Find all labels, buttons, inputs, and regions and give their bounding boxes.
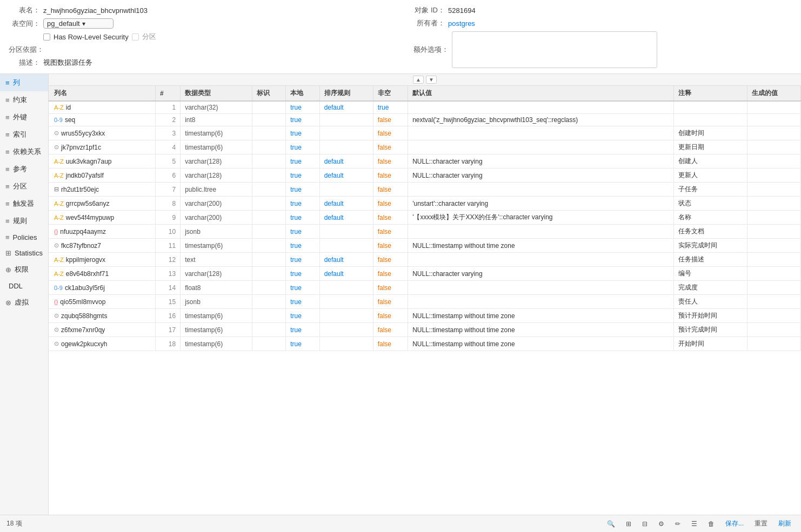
sidebar: ≡ 列≡ 约束≡ 外键≡ 索引≡ 依赖关系≡ 参考≡ 分区≡ 触发器≡ 规则≡ … bbox=[0, 74, 49, 515]
tablespace-select[interactable]: pg_default ▾ bbox=[43, 18, 114, 29]
col-cell-num: 2 bbox=[155, 114, 180, 126]
table-row[interactable]: 0-9 seq 2 int8 true false nextval('z_hwj… bbox=[49, 114, 801, 126]
columns-table: 列名 # 数据类型 标识 本地 排序规则 非空 默认值 注释 生成的值 bbox=[49, 86, 801, 351]
table-row[interactable]: ⊙ z6fxme7xnr0qy 17 timestamp(6) true fal… bbox=[49, 323, 801, 337]
col-cell-sort: default bbox=[319, 154, 373, 169]
tablespace-value: pg_default bbox=[47, 19, 80, 28]
extra-opts-textarea[interactable] bbox=[452, 31, 657, 68]
extra-opts-row: 额外选项： bbox=[413, 31, 792, 68]
sidebar-icon-virtual: ⊗ bbox=[5, 299, 11, 307]
search-button[interactable]: 🔍 bbox=[604, 519, 618, 529]
table-row[interactable]: A-Z wev54f4mypuwp 9 varchar(200) true de… bbox=[49, 211, 801, 225]
sort-link[interactable]: default bbox=[324, 158, 344, 165]
query-button[interactable]: 重置 bbox=[751, 518, 771, 529]
table-name-row: 表名： z_hwjhno6gyziac_bhcvpnwthl103 bbox=[9, 5, 398, 15]
col-cell-generated bbox=[747, 225, 800, 239]
sidebar-item-virtual[interactable]: ⊗ 虚拟 bbox=[0, 294, 48, 311]
col-cell-num: 18 bbox=[155, 337, 180, 351]
col-type-icon: ⊙ bbox=[54, 326, 59, 333]
collapse-buttons: ▲ ▼ bbox=[413, 76, 437, 84]
table-row[interactable]: ⊙ fkc87tyfbnoz7 11 timestamp(6) true fal… bbox=[49, 239, 801, 253]
col-cell-comment: 实际完成时间 bbox=[674, 239, 747, 253]
col-cell-default: NULL::character varying bbox=[408, 267, 674, 281]
col-cell-datatype: text bbox=[181, 253, 252, 267]
view-button[interactable]: ☰ bbox=[688, 519, 700, 529]
col-cell-num: 13 bbox=[155, 267, 180, 281]
table-row[interactable]: A-Z uuk3vkagn7aup 5 varchar(128) true de… bbox=[49, 154, 801, 169]
sort-link[interactable]: default bbox=[324, 104, 344, 111]
table-row[interactable]: A-Z kppilmjerogvx 12 text true default f… bbox=[49, 253, 801, 267]
table-row[interactable]: A-Z e8v64b8rxhf71 13 varchar(128) true d… bbox=[49, 267, 801, 281]
table-row[interactable]: {} qio55ml8mvvop 15 jsonb true false 责任人 bbox=[49, 295, 801, 309]
edit-button[interactable]: ✏ bbox=[672, 519, 684, 529]
collapse-up-icon[interactable]: ▲ bbox=[413, 76, 424, 84]
col-cell-datatype: varchar(200) bbox=[181, 211, 252, 225]
sidebar-item-policies[interactable]: ≡ Policies bbox=[0, 230, 48, 245]
table-row[interactable]: ⊙ ogewk2pkucxyh 18 timestamp(6) true fal… bbox=[49, 337, 801, 351]
grid-button[interactable]: ⊞ bbox=[623, 519, 635, 529]
col-cell-generated bbox=[747, 126, 800, 140]
sort-link[interactable]: default bbox=[324, 214, 344, 221]
col-cell-comment: 责任人 bbox=[674, 295, 747, 309]
sidebar-label-policies: Policies bbox=[13, 233, 37, 241]
table-row[interactable]: ⊙ jk7pnvzr1pf1c 4 timestamp(6) true fals… bbox=[49, 140, 801, 154]
col-cell-sort bbox=[319, 337, 373, 351]
sort-link[interactable]: default bbox=[324, 256, 344, 264]
table-row[interactable]: A-Z jndkb07yafslf 6 varchar(128) true de… bbox=[49, 169, 801, 183]
sidebar-item-indexes[interactable]: ≡ 索引 bbox=[0, 126, 48, 143]
sidebar-item-triggers[interactable]: ≡ 触发器 bbox=[0, 195, 48, 212]
rls-checkbox[interactable] bbox=[43, 33, 50, 41]
sidebar-item-statistics[interactable]: ⊞ Statistics bbox=[0, 245, 48, 261]
table-row[interactable]: 0-9 ck1abu3yl5r6j 14 float8 true false 完… bbox=[49, 281, 801, 295]
filter-button[interactable]: ⊟ bbox=[639, 519, 651, 529]
col-cell-local: true bbox=[286, 126, 319, 140]
col-cell-name: ⊙ zqubq588hgmts bbox=[49, 309, 155, 323]
table-name-label: 表名： bbox=[9, 5, 40, 15]
col-type-icon: ⊟ bbox=[54, 186, 59, 193]
sidebar-item-constraints[interactable]: ≡ 约束 bbox=[0, 91, 48, 109]
sidebar-item-partitions[interactable]: ≡ 分区 bbox=[0, 178, 48, 195]
sidebar-item-ddl[interactable]: DDL bbox=[0, 278, 48, 294]
col-cell-sort bbox=[319, 126, 373, 140]
sidebar-item-permissions[interactable]: ⊕ 权限 bbox=[0, 261, 48, 278]
save-button[interactable]: 保存... bbox=[722, 518, 747, 529]
rls-label: Has Row-Level Security bbox=[54, 33, 129, 41]
sidebar-icon-columns: ≡ bbox=[5, 79, 10, 87]
sidebar-item-columns[interactable]: ≡ 列 bbox=[0, 74, 48, 91]
sidebar-item-foreign-keys[interactable]: ≡ 外键 bbox=[0, 109, 48, 126]
sidebar-label-statistics: Statistics bbox=[15, 249, 43, 257]
table-row[interactable]: ⊟ rh2ut1tr50ejc 7 public.ltree true fals… bbox=[49, 183, 801, 197]
table-row[interactable]: {} nfuuzpq4aaymz 10 jsonb true false 任务文… bbox=[49, 225, 801, 239]
main-content: ≡ 列≡ 约束≡ 外键≡ 索引≡ 依赖关系≡ 参考≡ 分区≡ 触发器≡ 规则≡ … bbox=[0, 74, 801, 515]
sidebar-icon-permissions: ⊕ bbox=[5, 266, 11, 274]
sort-link[interactable]: default bbox=[324, 172, 344, 179]
col-cell-default: nextval('z_hwjhno6gyziac_bhcvpnwthl103_s… bbox=[408, 114, 674, 126]
description-label: 描述： bbox=[9, 58, 40, 68]
sort-link[interactable]: default bbox=[324, 200, 344, 207]
col-cell-flag bbox=[252, 239, 285, 253]
col-type-icon: ⊙ bbox=[54, 130, 59, 137]
col-cell-generated bbox=[747, 154, 800, 169]
col-cell-default: NULL::character varying bbox=[408, 154, 674, 169]
col-cell-generated bbox=[747, 253, 800, 267]
delete-button[interactable]: 🗑 bbox=[705, 519, 718, 529]
collapse-down-icon[interactable]: ▼ bbox=[426, 76, 437, 84]
sort-link[interactable]: default bbox=[324, 270, 344, 278]
col-name-text: fkc87tyfbnoz7 bbox=[61, 242, 101, 250]
col-type-icon: ⊙ bbox=[54, 312, 59, 319]
table-row[interactable]: ⊙ wrus55ycy3xkx 3 timestamp(6) true fals… bbox=[49, 126, 801, 140]
partition-checkbox[interactable] bbox=[132, 33, 139, 41]
table-row[interactable]: ⊙ zqubq588hgmts 16 timestamp(6) true fal… bbox=[49, 309, 801, 323]
refresh-button[interactable]: 刷新 bbox=[775, 518, 795, 529]
sidebar-item-dependencies[interactable]: ≡ 依赖关系 bbox=[0, 143, 48, 160]
sidebar-item-rules[interactable]: ≡ 规则 bbox=[0, 212, 48, 230]
col-name-text: zqubq588hgmts bbox=[61, 312, 107, 320]
table-row[interactable]: A-Z id 1 varchar(32) true default true bbox=[49, 101, 801, 114]
owner-value[interactable]: postgres bbox=[448, 19, 475, 28]
table-row[interactable]: A-Z grrcpw5s6anyz 8 varchar(200) true de… bbox=[49, 197, 801, 211]
sidebar-label-partitions: 分区 bbox=[13, 181, 27, 191]
col-cell-notnull: false bbox=[373, 253, 408, 267]
settings-button[interactable]: ⚙ bbox=[655, 519, 668, 529]
sidebar-item-references[interactable]: ≡ 参考 bbox=[0, 160, 48, 178]
object-id-row: 对象 ID： 5281694 bbox=[413, 5, 792, 15]
